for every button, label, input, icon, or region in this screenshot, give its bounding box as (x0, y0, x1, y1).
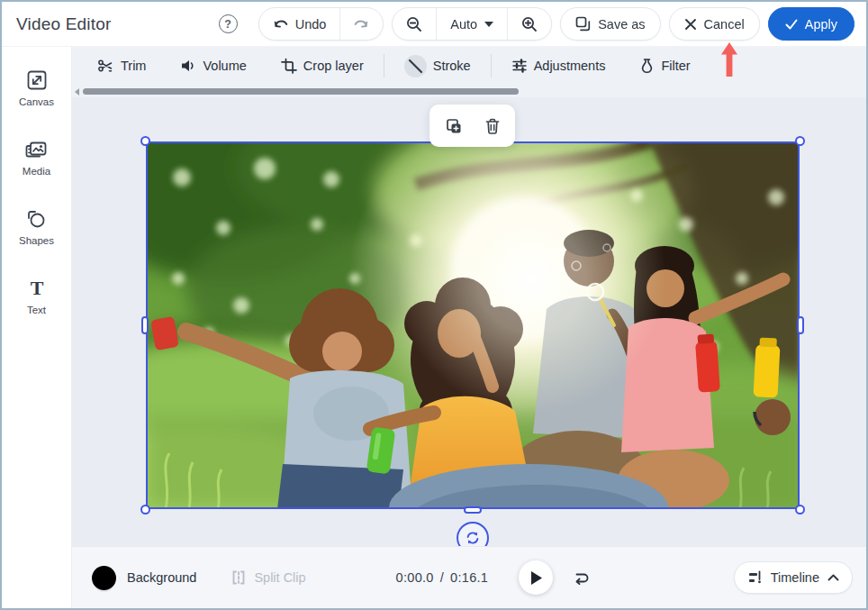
zoom-out-button[interactable] (393, 8, 436, 40)
close-icon (684, 18, 697, 31)
selection-handle-bottom[interactable] (464, 506, 482, 514)
apply-label: Apply (805, 17, 837, 32)
undo-button[interactable]: Undo (259, 8, 340, 40)
sidebar: Canvas Media Shapes T Text (2, 47, 72, 608)
split-clip-button[interactable]: Split Clip (231, 569, 305, 586)
header-actions: ? Undo (219, 7, 854, 41)
toolbar-divider (384, 54, 384, 77)
video-frame-image (146, 141, 800, 509)
delete-button[interactable] (484, 117, 501, 135)
horizontal-scrollbar[interactable] (83, 88, 519, 95)
play-icon (529, 570, 543, 586)
toolbar-item-label: Stroke (433, 59, 471, 73)
total-time: 0:16.1 (450, 570, 488, 585)
toolbar-item-label: Adjustments (534, 59, 606, 73)
zoom-control-group: Auto (392, 7, 552, 41)
selection-handle-bottom-right[interactable] (795, 505, 805, 514)
time-display: 0:00.0/0:16.1 (396, 570, 489, 585)
edit-toolbar: Trim Volume Crop layer Stroke (72, 47, 866, 97)
video-editor-app: Video Editor ? Undo (0, 0, 868, 610)
sidebar-item-canvas[interactable]: Canvas (19, 68, 54, 107)
undo-redo-group: Undo (258, 7, 384, 41)
sidebar-item-label: Text (27, 305, 46, 315)
chevron-down-icon (484, 22, 493, 27)
zoom-level-dropdown[interactable]: Auto (437, 8, 507, 40)
filter-flask-icon (639, 58, 655, 74)
page-title: Video Editor (16, 14, 112, 34)
toolbar-item-label: Volume (203, 59, 246, 73)
selection-handle-right[interactable] (797, 316, 804, 334)
check-icon (785, 19, 798, 30)
sidebar-item-media[interactable]: Media (23, 138, 50, 177)
selection-handle-top-right[interactable] (795, 136, 805, 146)
zoom-in-button[interactable] (508, 8, 551, 40)
toolbar-item-label: Filter (661, 59, 690, 73)
split-clip-icon (231, 569, 247, 586)
toolbar-divider (491, 54, 492, 77)
redo-button[interactable] (340, 8, 383, 40)
help-icon[interactable]: ? (219, 14, 238, 33)
trash-icon (484, 117, 501, 135)
selection-toolbar (429, 105, 515, 147)
time-separator: / (440, 570, 444, 585)
sidebar-item-label: Canvas (19, 96, 54, 107)
selected-video-frame[interactable] (146, 141, 800, 509)
undo-icon (273, 17, 288, 31)
play-button[interactable] (519, 560, 553, 595)
shapes-icon (24, 207, 48, 231)
speaker-icon (180, 59, 196, 73)
crop-icon (281, 58, 297, 74)
scissors-icon (97, 59, 114, 74)
duplicate-icon (445, 117, 463, 135)
save-as-label: Save as (598, 17, 645, 32)
timeline-toggle-button[interactable]: Timeline (734, 561, 853, 594)
current-time: 0:00.0 (396, 570, 434, 585)
zoom-level-value: Auto (450, 17, 477, 32)
canvas-expand-icon (25, 68, 49, 92)
chevron-up-icon (827, 574, 839, 581)
loop-icon (573, 570, 590, 585)
zoom-out-icon (406, 16, 422, 32)
apply-button[interactable]: Apply (768, 7, 854, 41)
toolbar-item-crop-layer[interactable]: Crop layer (281, 58, 364, 74)
stroke-icon (404, 55, 427, 77)
selection-handle-bottom-left[interactable] (140, 505, 150, 514)
toolbar-item-adjustments[interactable]: Adjustments (511, 59, 606, 73)
toolbar-item-stroke[interactable]: Stroke (404, 55, 471, 77)
copy-icon (575, 16, 591, 32)
split-clip-label: Split Clip (254, 570, 305, 585)
toolbar-item-filter[interactable]: Filter (639, 58, 690, 74)
save-as-button[interactable]: Save as (560, 7, 660, 41)
redo-icon (354, 17, 369, 31)
sliders-icon (511, 59, 528, 73)
scroll-left-icon[interactable] (75, 88, 79, 96)
toolbar-item-volume[interactable]: Volume (180, 59, 246, 73)
cancel-label: Cancel (704, 17, 745, 32)
canvas-workspace[interactable] (72, 97, 866, 546)
selection-handle-left[interactable] (141, 316, 149, 334)
toolbar-item-trim[interactable]: Trim (97, 59, 146, 74)
toolbar-item-label: Crop layer (303, 59, 364, 73)
background-swatch (92, 566, 116, 590)
zoom-in-icon (521, 16, 538, 32)
timeline-icon (747, 570, 763, 585)
sidebar-item-shapes[interactable]: Shapes (19, 207, 54, 246)
svg-text:T: T (30, 277, 43, 299)
cancel-button[interactable]: Cancel (669, 7, 760, 41)
sync-icon (465, 530, 481, 546)
background-label: Background (127, 570, 196, 585)
sidebar-item-text[interactable]: T Text (25, 277, 49, 315)
toolbar-item-label: Trim (121, 59, 146, 73)
background-color-button[interactable]: Background (92, 566, 196, 590)
selection-handle-top-left[interactable] (140, 136, 150, 146)
sidebar-item-label: Shapes (19, 235, 54, 246)
timeline-label: Timeline (771, 570, 819, 585)
media-icon (24, 138, 49, 161)
text-icon: T (25, 277, 49, 300)
duplicate-button[interactable] (445, 117, 463, 135)
undo-label: Undo (295, 17, 327, 32)
header: Video Editor ? Undo (2, 2, 866, 47)
playback-bar: Background Split Clip 0:00.0/0:16.1 (72, 546, 866, 608)
loop-button[interactable] (573, 570, 590, 585)
sidebar-item-label: Media (23, 166, 50, 177)
